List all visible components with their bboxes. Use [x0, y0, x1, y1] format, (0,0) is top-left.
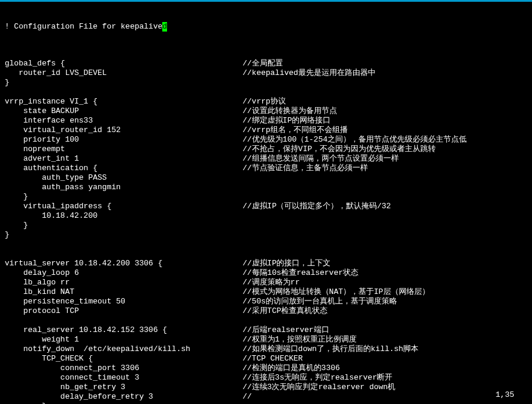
vim-status-position: 1,35	[496, 390, 514, 399]
comment-text: //设置此转换器为备用节点	[243, 107, 337, 116]
code-text: state BACKUP	[5, 107, 243, 116]
code-line	[5, 316, 527, 325]
code-line: lb_algo rr //调度策略为rr	[5, 278, 527, 287]
code-line	[5, 240, 527, 249]
code-line: protocol TCP //采用TCP检查真机状态	[5, 306, 527, 316]
code-text: virtual_ipaddress {	[5, 202, 243, 211]
code-line: auth_pass yangmin	[5, 183, 527, 192]
code-line: 10.18.42.200	[5, 211, 527, 221]
comment-text: //节点验证信息，主备节点必须一样	[243, 164, 368, 173]
code-line: connect_port 3306 //检测的端口是真机的3306	[5, 364, 527, 373]
comment-text: //vrrp协议	[243, 97, 286, 107]
code-text: nb_get_retry 3	[5, 383, 243, 392]
code-line: notify_down /etc/keepalived/kill.sh //如果…	[5, 345, 527, 354]
code-text: connect_port 3306	[5, 364, 243, 373]
code-text: authentication {	[5, 164, 243, 173]
comment-text: //虚拟IP（可以指定多个），默认掩码/32	[243, 202, 391, 211]
code-text: TCP_CHECK {	[5, 354, 243, 364]
code-line: persistence_timeout 50 //50s的访问放到一台真机上，基…	[5, 297, 527, 306]
code-text: vrrp_instance VI_1 {	[5, 97, 243, 107]
code-text: advert_int 1	[5, 154, 243, 164]
code-line: weight 1 //权重为1，按照权重正比例调度	[5, 335, 527, 345]
code-line	[5, 249, 527, 259]
code-text: lb_algo rr	[5, 278, 243, 287]
code-text	[5, 87, 243, 97]
code-line: vrrp_instance VI_1 { //vrrp协议	[5, 97, 527, 107]
code-text	[5, 49, 243, 59]
code-text: lb_kind NAT	[5, 287, 243, 297]
code-line: }	[5, 221, 527, 230]
editor-content[interactable]: ! Configuration File for keepalived glob…	[0, 2, 532, 404]
code-line: lb_kind NAT //模式为网络地址转换（NAT），基于IP层（网络层）	[5, 287, 527, 297]
code-text: delay_before_retry 3	[5, 392, 243, 402]
code-text	[5, 316, 243, 325]
code-line: advert_int 1 //组播信息发送间隔，两个节点设置必须一样	[5, 154, 527, 164]
code-line: priority 100 //优先级为100（1-254之间），备用节点优先级必…	[5, 135, 527, 145]
code-line: }	[5, 402, 527, 404]
code-text: auth_type PASS	[5, 173, 243, 183]
comment-text: //优先级为100（1-254之间），备用节点优先级必须必主节点低	[243, 135, 467, 145]
code-text: }	[5, 230, 243, 240]
code-line: auth_type PASS	[5, 173, 527, 183]
code-text: notify_down /etc/keepalived/kill.sh	[5, 345, 243, 354]
comment-text: //如果检测端口down了，执行后面的kill.sh脚本	[243, 345, 418, 354]
title-line: ! Configuration File for keepalived	[5, 22, 527, 32]
comment-text: //检测的端口是真机的3306	[243, 364, 340, 373]
comment-text: //不抢占，保持VIP，不会因为因为优先级或者主从跳转	[243, 145, 436, 154]
code-line: }	[5, 192, 527, 202]
code-line: delay_loop 6 //每隔10s检查realserver状态	[5, 268, 527, 278]
comment-text: //后端realserver端口	[243, 325, 329, 335]
comment-text: //全局配置	[243, 59, 283, 68]
code-text: protocol TCP	[5, 306, 243, 316]
code-line: }	[5, 78, 527, 87]
code-text: weight 1	[5, 335, 243, 345]
code-line: TCP_CHECK { //TCP CHECKER	[5, 354, 527, 364]
code-line: interface ens33 //绑定虚拟IP的网络接口	[5, 116, 527, 126]
code-line: router_id LVS_DEVEL //keepalived最先是运用在路由…	[5, 68, 527, 78]
code-text	[5, 240, 243, 249]
comment-text: //绑定虚拟IP的网络接口	[243, 116, 330, 126]
comment-text: //每隔10s检查realserver状态	[243, 268, 358, 278]
code-text: nopreempt	[5, 145, 243, 154]
code-line: nopreempt //不抢占，保持VIP，不会因为因为优先级或者主从跳转	[5, 145, 527, 154]
code-text: global_defs {	[5, 59, 243, 68]
comment-text: //权重为1，按照权重正比例调度	[243, 335, 357, 345]
code-line: global_defs { //全局配置	[5, 59, 527, 68]
comment-text: //连续3次无响应判定realserver down机	[243, 383, 395, 392]
code-line: real_server 10.18.42.152 3306 { //后端real…	[5, 325, 527, 335]
comment-text: //	[243, 392, 252, 402]
comment-text: //TCP CHECKER	[243, 354, 303, 364]
code-line	[5, 87, 527, 97]
code-text: }	[5, 192, 243, 202]
code-text: router_id LVS_DEVEL	[5, 68, 243, 78]
code-line: }	[5, 230, 527, 240]
code-line: virtual_ipaddress { //虚拟IP（可以指定多个），默认掩码/…	[5, 202, 527, 211]
code-text: priority 100	[5, 135, 243, 145]
comment-text: //组播信息发送间隔，两个节点设置必须一样	[243, 154, 399, 164]
cursor: d	[162, 22, 167, 32]
code-text: virtual_server 10.18.42.200 3306 {	[5, 259, 243, 268]
code-text: }	[5, 78, 243, 87]
code-text: connect_timeout 3	[5, 373, 243, 383]
comment-text: //50s的访问放到一台真机上，基于调度策略	[243, 297, 397, 306]
comment-text: //模式为网络地址转换（NAT），基于IP层（网络层）	[243, 287, 430, 297]
comment-text: //虚拟IP的接口，上下文	[243, 259, 330, 268]
code-text: persistence_timeout 50	[5, 297, 243, 306]
code-text: delay_loop 6	[5, 268, 243, 278]
code-text: auth_pass yangmin	[5, 183, 243, 192]
comment-text: //调度策略为rr	[243, 278, 300, 287]
comment-text: //vrrp组名，不同组不会组播	[243, 126, 348, 135]
code-line: virtual_server 10.18.42.200 3306 { //虚拟I…	[5, 259, 527, 268]
code-text: }	[5, 402, 243, 404]
code-line	[5, 49, 527, 59]
code-line: nb_get_retry 3 //连续3次无响应判定realserver dow…	[5, 383, 527, 392]
code-line: state BACKUP //设置此转换器为备用节点	[5, 107, 527, 116]
code-line: delay_before_retry 3 //	[5, 392, 527, 402]
code-line: connect_timeout 3 //连接后3s无响应，判定realserve…	[5, 373, 527, 383]
code-text: 10.18.42.200	[5, 211, 243, 221]
comment-text: //采用TCP检查真机状态	[243, 306, 328, 316]
code-line: virtual_router_id 152 //vrrp组名，不同组不会组播	[5, 126, 527, 135]
code-text: interface ens33	[5, 116, 243, 126]
code-text: virtual_router_id 152	[5, 126, 243, 135]
comment-text: //keepalived最先是运用在路由器中	[243, 68, 376, 78]
